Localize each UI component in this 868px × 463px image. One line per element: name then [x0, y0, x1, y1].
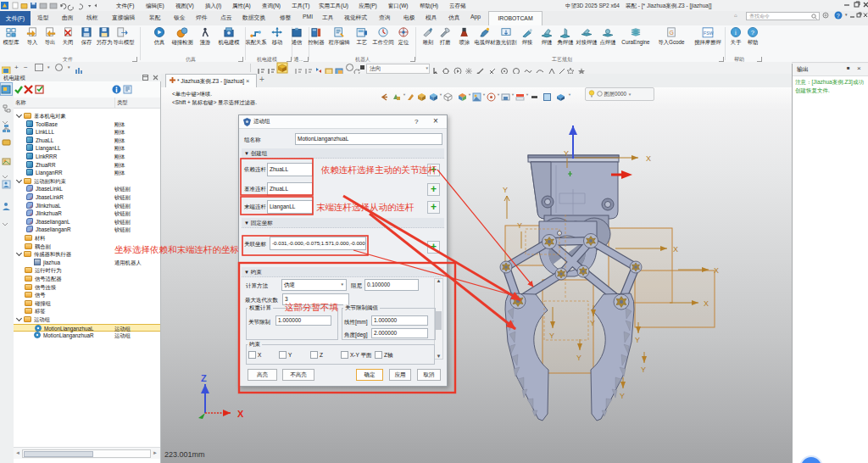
svg-text:Y: Y: [503, 186, 508, 194]
svg-text:X: X: [704, 299, 709, 308]
svg-text:Y: Y: [564, 149, 569, 158]
svg-text:Y: Y: [549, 332, 554, 340]
svg-text:Y: Y: [635, 336, 640, 344]
svg-text:FSW: FSW: [704, 31, 714, 36]
svg-text:G: G: [669, 30, 673, 36]
svg-text:X: X: [237, 409, 244, 419]
svg-text:?: ?: [751, 29, 754, 36]
svg-text:X: X: [714, 266, 719, 275]
svg-text:?: ?: [837, 13, 840, 19]
svg-text:Y: Y: [590, 319, 595, 327]
svg-text:Y: Y: [620, 392, 625, 400]
svg-text:X: X: [646, 154, 651, 163]
svg-text:Y: Y: [576, 354, 581, 362]
svg-text:Z: Z: [201, 373, 207, 383]
svg-text:X: X: [673, 245, 678, 254]
svg-text:Y: Y: [641, 365, 646, 374]
svg-text:i: i: [735, 29, 737, 36]
svg-text:Y: Y: [517, 221, 522, 230]
